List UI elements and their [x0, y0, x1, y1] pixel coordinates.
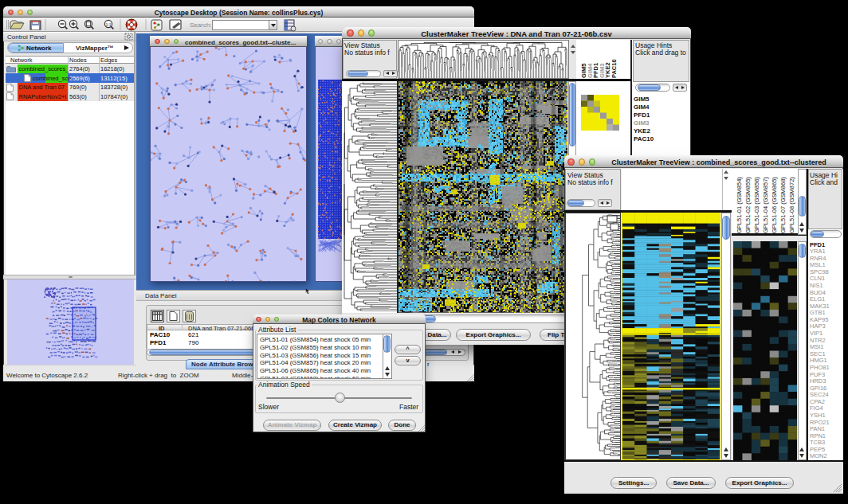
- svg-text:1:1: 1:1: [106, 22, 112, 27]
